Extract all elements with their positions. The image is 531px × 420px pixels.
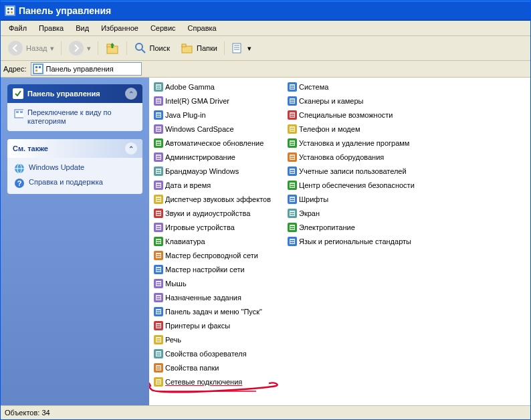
svg-rect-90 [156, 268, 161, 270]
item-label: Автоматическое обновление [165, 139, 263, 147]
control-panel-item[interactable]: Java Plug-in [153, 108, 271, 122]
svg-rect-94 [156, 282, 161, 284]
svg-rect-99 [156, 298, 161, 300]
svg-rect-49 [156, 126, 161, 132]
svg-rect-63 [156, 172, 161, 173]
control-panel-item[interactable]: Телефон и модем [287, 122, 415, 136]
control-panel-item[interactable]: Брандмауэр Windows [153, 165, 271, 178]
folders-button[interactable]: Папки [177, 40, 221, 56]
item-label: Сетевые подключения [165, 378, 242, 386]
control-panel-item[interactable]: Центр обеспечения безопасности [287, 179, 415, 192]
svg-rect-138 [290, 126, 295, 132]
control-panel-item[interactable]: Установка оборудования [287, 150, 415, 164]
svg-rect-93 [156, 281, 161, 286]
svg-rect-58 [156, 156, 161, 157]
control-panel-item[interactable]: Свойства папки [153, 361, 271, 375]
applet-icon [153, 194, 164, 205]
windows-update-link[interactable]: Windows Update [14, 163, 136, 174]
menu-view[interactable]: Вид [70, 23, 94, 33]
control-panel-item[interactable]: Назначенные задания [153, 291, 271, 304]
separator [98, 40, 98, 56]
collapse-icon[interactable]: ⌃ [125, 142, 137, 154]
applet-icon [153, 138, 164, 148]
search-button[interactable]: Поиск [130, 40, 174, 56]
svg-rect-85 [156, 253, 161, 258]
control-panel-item[interactable]: Панель задач и меню "Пуск" [153, 305, 271, 318]
panel-header[interactable]: Панель управления ⌃ [7, 84, 142, 103]
svg-rect-102 [156, 310, 161, 312]
control-panel-item[interactable]: Электропитание [287, 221, 415, 234]
control-panel-item[interactable]: Язык и региональные стандарты [287, 235, 415, 248]
svg-rect-73 [156, 211, 161, 216]
up-button[interactable] [101, 39, 124, 57]
svg-rect-144 [290, 144, 294, 145]
control-panel-item[interactable]: Диспетчер звуковых эффектов [153, 193, 271, 206]
item-label: Windows CardSpace [165, 125, 234, 133]
control-panel-item[interactable]: Учетные записи пользователей [287, 165, 415, 178]
panel-header[interactable]: См. также ⌃ [7, 139, 142, 158]
control-panel-item[interactable]: Свойства обозревателя [153, 347, 271, 360]
control-panel-item[interactable]: Администрирование [153, 150, 271, 164]
svg-rect-67 [156, 186, 161, 187]
svg-rect-113 [156, 351, 161, 356]
item-label: Мышь [165, 280, 187, 288]
svg-rect-43 [156, 102, 161, 103]
menu-favorites[interactable]: Избранное [96, 23, 144, 33]
svg-rect-71 [156, 200, 161, 201]
title-bar[interactable]: Панель управления [1, 1, 530, 21]
control-panel-item[interactable]: Экран [287, 207, 415, 220]
svg-rect-89 [156, 267, 161, 272]
svg-rect-111 [156, 340, 161, 342]
svg-rect-136 [290, 116, 294, 117]
control-panel-item[interactable]: Мастер настройки сети [153, 263, 271, 276]
control-panel-item[interactable]: Дата и время [153, 179, 271, 192]
control-panel-item[interactable]: Intel(R) GMA Driver [153, 94, 271, 108]
item-label: Центр обеспечения безопасности [299, 181, 415, 189]
svg-rect-156 [290, 186, 294, 187]
control-panel-item[interactable]: Windows CardSpace [153, 122, 271, 136]
control-panel-item[interactable]: Мастер беспроводной сети [153, 249, 271, 262]
control-panel-item[interactable]: Мышь [153, 277, 271, 290]
control-panel-item[interactable]: Adobe Gamma [153, 80, 271, 94]
forward-button[interactable]: ▾ [64, 39, 95, 58]
control-panel-item[interactable]: Клавиатура [153, 235, 271, 248]
control-panel-item[interactable]: Речь [153, 333, 271, 346]
applet-icon [153, 166, 164, 177]
address-input[interactable] [31, 62, 142, 76]
svg-rect-168 [290, 228, 294, 229]
control-panel-item[interactable]: Звуки и аудиоустройства [153, 207, 271, 220]
toolbar: Назад ▾ ▾ Поиск Папки ▾ [1, 36, 530, 61]
chevron-down-icon: ▾ [50, 44, 54, 53]
views-button[interactable]: ▾ [227, 40, 255, 56]
item-label: Учетные записи пользователей [299, 167, 407, 175]
help-support-link[interactable]: ? Справка и поддержка [14, 178, 136, 189]
applet-icon [153, 236, 164, 247]
svg-rect-127 [290, 86, 294, 87]
control-panel-item[interactable]: Сканеры и камеры [287, 94, 415, 108]
control-panel-item[interactable]: Установка и удаление программ [287, 136, 415, 150]
control-panel-item[interactable]: Система [287, 80, 415, 94]
control-panel-item[interactable]: Принтеры и факсы [153, 319, 271, 332]
back-button[interactable]: Назад ▾ [3, 39, 58, 58]
svg-rect-159 [290, 198, 294, 199]
svg-rect-115 [156, 354, 161, 356]
item-label: Дата и время [165, 181, 211, 189]
collapse-icon[interactable]: ⌃ [125, 88, 137, 100]
item-label: Java Plug-in [165, 111, 206, 119]
control-panel-item[interactable]: Специальные возможности [287, 108, 415, 122]
menu-tools[interactable]: Сервис [145, 23, 181, 33]
control-panel-item[interactable]: Шрифты [287, 193, 415, 206]
svg-rect-75 [156, 214, 161, 215]
control-panel-item[interactable]: Автоматическое обновление [153, 136, 271, 150]
svg-rect-163 [290, 212, 294, 213]
control-panel-item[interactable]: Сетевые подключения [153, 375, 271, 389]
svg-rect-82 [156, 240, 161, 241]
menu-help[interactable]: Справка [183, 23, 222, 33]
svg-rect-98 [156, 296, 161, 298]
svg-rect-128 [290, 88, 294, 89]
menu-edit[interactable]: Правка [33, 23, 69, 33]
control-panel-item[interactable]: Игровые устройства [153, 221, 271, 234]
svg-rect-50 [156, 128, 161, 129]
switch-category-view-link[interactable]: Переключение к виду по категориям [14, 108, 136, 126]
menu-file[interactable]: Файл [3, 23, 32, 33]
